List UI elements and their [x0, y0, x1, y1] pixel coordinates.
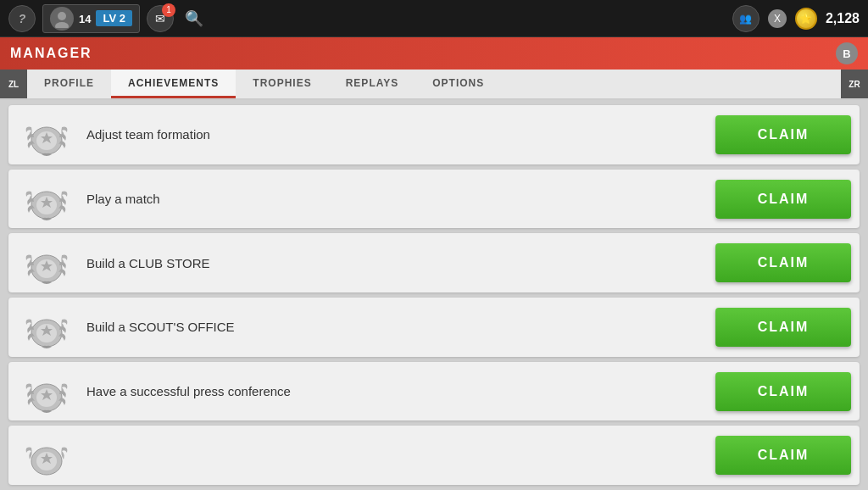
claim-button-3[interactable]: CLAIM: [715, 243, 851, 282]
currency-amount: 2,128: [826, 11, 860, 26]
achievement-label-4: Build a SCOUT'S OFFICE: [86, 320, 705, 334]
help-button[interactable]: ?: [8, 5, 36, 32]
search-button[interactable]: 🔍: [181, 5, 208, 32]
achievement-icon-2: [17, 174, 76, 225]
claim-button-6[interactable]: CLAIM: [715, 436, 851, 475]
achievement-icon-5: [17, 366, 76, 417]
notification-badge-container: 14: [79, 11, 91, 26]
coin-icon: ⭐: [795, 8, 817, 30]
achievement-label-3: Build a CLUB STORE: [86, 256, 705, 270]
top-nav-bar: ? 14 LV 2 ✉ 1 🔍 👥 X ⭐ 2,128: [0, 0, 868, 37]
mail-notification-badge: 1: [162, 3, 175, 17]
achievement-row: Play a match CLAIM: [8, 170, 860, 229]
back-button[interactable]: B: [836, 42, 858, 64]
player-card[interactable]: 14 LV 2: [42, 4, 140, 33]
claim-button-5[interactable]: CLAIM: [715, 372, 851, 411]
achievement-label-5: Have a successful press conference: [86, 384, 705, 398]
tab-profile[interactable]: PROFILE: [27, 70, 111, 98]
avatar: [50, 7, 74, 31]
claim-button-2[interactable]: CLAIM: [715, 180, 851, 219]
tabs-bar: ZL PROFILE ACHIEVEMENTS TROPHIES REPLAYS…: [0, 70, 868, 100]
svg-point-0: [58, 12, 66, 20]
achievement-row: Build a CLUB STORE CLAIM: [8, 233, 860, 292]
achievement-icon-1: [17, 109, 76, 160]
notification-count: 14: [79, 13, 91, 25]
achievement-row: CLAIM: [8, 426, 860, 485]
tab-nav-right[interactable]: ZR: [841, 70, 868, 98]
tab-options[interactable]: OPTIONS: [415, 70, 501, 98]
achievement-icon-6: [17, 430, 76, 481]
top-bar-left: ? 14 LV 2 ✉ 1 🔍: [8, 4, 208, 33]
tab-trophies[interactable]: TROPHIES: [236, 70, 328, 98]
achievement-row: Adjust team formation CLAIM: [8, 105, 860, 164]
mail-button[interactable]: ✉ 1: [147, 5, 174, 32]
manager-title: MANAGER: [10, 46, 92, 61]
achievement-row: Have a successful press conference CLAIM: [8, 362, 860, 421]
manager-header: MANAGER B: [0, 37, 868, 70]
tab-nav-left[interactable]: ZL: [0, 70, 27, 98]
achievement-icon-3: [17, 237, 76, 288]
achievement-label-2: Play a match: [86, 192, 705, 206]
claim-button-1[interactable]: CLAIM: [715, 115, 851, 154]
tab-replays[interactable]: REPLAYS: [329, 70, 416, 98]
contacts-button[interactable]: 👥: [732, 5, 760, 32]
level-badge: LV 2: [96, 10, 132, 26]
achievement-row: Build a SCOUT'S OFFICE CLAIM: [8, 298, 860, 357]
top-bar-right: 👥 X ⭐ 2,128: [732, 5, 860, 32]
achievement-label-1: Adjust team formation: [86, 127, 705, 142]
achievement-icon-4: [17, 302, 76, 353]
claim-button-4[interactable]: CLAIM: [715, 308, 851, 347]
tab-achievements[interactable]: ACHIEVEMENTS: [111, 70, 236, 98]
svg-point-1: [55, 22, 69, 28]
achievements-list: Adjust team formation CLAIM Play a match…: [0, 100, 868, 490]
close-button[interactable]: X: [768, 9, 787, 28]
